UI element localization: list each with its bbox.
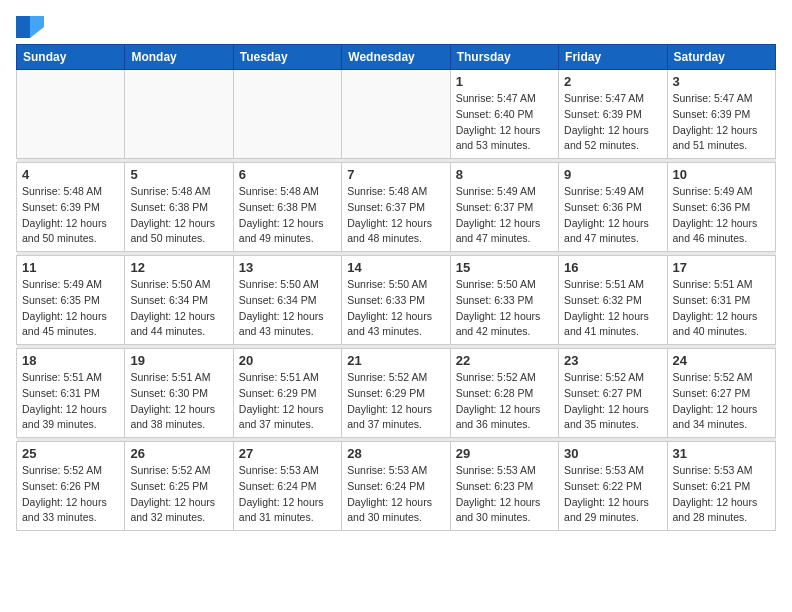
day-info: Sunrise: 5:49 AM Sunset: 6:36 PM Dayligh… [673, 184, 770, 247]
day-info: Sunrise: 5:49 AM Sunset: 6:36 PM Dayligh… [564, 184, 661, 247]
day-number: 26 [130, 446, 227, 461]
day-number: 15 [456, 260, 553, 275]
day-cell: 31Sunrise: 5:53 AM Sunset: 6:21 PM Dayli… [667, 442, 775, 531]
day-info: Sunrise: 5:50 AM Sunset: 6:33 PM Dayligh… [456, 277, 553, 340]
day-info: Sunrise: 5:48 AM Sunset: 6:38 PM Dayligh… [130, 184, 227, 247]
day-cell: 24Sunrise: 5:52 AM Sunset: 6:27 PM Dayli… [667, 349, 775, 438]
day-info: Sunrise: 5:53 AM Sunset: 6:22 PM Dayligh… [564, 463, 661, 526]
day-cell: 21Sunrise: 5:52 AM Sunset: 6:29 PM Dayli… [342, 349, 450, 438]
day-number: 28 [347, 446, 444, 461]
day-cell [342, 70, 450, 159]
day-cell: 9Sunrise: 5:49 AM Sunset: 6:36 PM Daylig… [559, 163, 667, 252]
day-cell [125, 70, 233, 159]
day-number: 29 [456, 446, 553, 461]
header [16, 16, 776, 38]
col-header-wednesday: Wednesday [342, 45, 450, 70]
day-cell: 1Sunrise: 5:47 AM Sunset: 6:40 PM Daylig… [450, 70, 558, 159]
day-cell: 22Sunrise: 5:52 AM Sunset: 6:28 PM Dayli… [450, 349, 558, 438]
day-info: Sunrise: 5:51 AM Sunset: 6:31 PM Dayligh… [673, 277, 770, 340]
day-number: 27 [239, 446, 336, 461]
day-info: Sunrise: 5:53 AM Sunset: 6:23 PM Dayligh… [456, 463, 553, 526]
day-cell: 10Sunrise: 5:49 AM Sunset: 6:36 PM Dayli… [667, 163, 775, 252]
day-info: Sunrise: 5:48 AM Sunset: 6:37 PM Dayligh… [347, 184, 444, 247]
day-cell: 18Sunrise: 5:51 AM Sunset: 6:31 PM Dayli… [17, 349, 125, 438]
logo-icon [16, 16, 44, 38]
day-info: Sunrise: 5:49 AM Sunset: 6:37 PM Dayligh… [456, 184, 553, 247]
day-number: 24 [673, 353, 770, 368]
day-info: Sunrise: 5:50 AM Sunset: 6:33 PM Dayligh… [347, 277, 444, 340]
day-number: 18 [22, 353, 119, 368]
day-number: 23 [564, 353, 661, 368]
svg-marker-1 [30, 16, 44, 38]
day-cell: 16Sunrise: 5:51 AM Sunset: 6:32 PM Dayli… [559, 256, 667, 345]
day-number: 31 [673, 446, 770, 461]
day-info: Sunrise: 5:52 AM Sunset: 6:26 PM Dayligh… [22, 463, 119, 526]
day-cell: 5Sunrise: 5:48 AM Sunset: 6:38 PM Daylig… [125, 163, 233, 252]
day-cell: 7Sunrise: 5:48 AM Sunset: 6:37 PM Daylig… [342, 163, 450, 252]
day-info: Sunrise: 5:47 AM Sunset: 6:40 PM Dayligh… [456, 91, 553, 154]
week-row-2: 4Sunrise: 5:48 AM Sunset: 6:39 PM Daylig… [17, 163, 776, 252]
day-cell: 17Sunrise: 5:51 AM Sunset: 6:31 PM Dayli… [667, 256, 775, 345]
col-header-saturday: Saturday [667, 45, 775, 70]
day-number: 20 [239, 353, 336, 368]
day-cell: 28Sunrise: 5:53 AM Sunset: 6:24 PM Dayli… [342, 442, 450, 531]
day-number: 19 [130, 353, 227, 368]
day-cell: 26Sunrise: 5:52 AM Sunset: 6:25 PM Dayli… [125, 442, 233, 531]
day-number: 8 [456, 167, 553, 182]
day-cell: 30Sunrise: 5:53 AM Sunset: 6:22 PM Dayli… [559, 442, 667, 531]
day-number: 30 [564, 446, 661, 461]
day-cell: 23Sunrise: 5:52 AM Sunset: 6:27 PM Dayli… [559, 349, 667, 438]
col-header-friday: Friday [559, 45, 667, 70]
col-header-sunday: Sunday [17, 45, 125, 70]
day-cell: 6Sunrise: 5:48 AM Sunset: 6:38 PM Daylig… [233, 163, 341, 252]
day-info: Sunrise: 5:47 AM Sunset: 6:39 PM Dayligh… [673, 91, 770, 154]
calendar: SundayMondayTuesdayWednesdayThursdayFrid… [16, 44, 776, 531]
day-number: 9 [564, 167, 661, 182]
day-number: 10 [673, 167, 770, 182]
week-row-3: 11Sunrise: 5:49 AM Sunset: 6:35 PM Dayli… [17, 256, 776, 345]
day-number: 25 [22, 446, 119, 461]
day-info: Sunrise: 5:47 AM Sunset: 6:39 PM Dayligh… [564, 91, 661, 154]
day-info: Sunrise: 5:51 AM Sunset: 6:30 PM Dayligh… [130, 370, 227, 433]
day-info: Sunrise: 5:51 AM Sunset: 6:29 PM Dayligh… [239, 370, 336, 433]
col-header-tuesday: Tuesday [233, 45, 341, 70]
day-number: 5 [130, 167, 227, 182]
day-cell: 15Sunrise: 5:50 AM Sunset: 6:33 PM Dayli… [450, 256, 558, 345]
day-info: Sunrise: 5:52 AM Sunset: 6:29 PM Dayligh… [347, 370, 444, 433]
day-number: 22 [456, 353, 553, 368]
day-cell [17, 70, 125, 159]
day-number: 16 [564, 260, 661, 275]
day-cell: 4Sunrise: 5:48 AM Sunset: 6:39 PM Daylig… [17, 163, 125, 252]
col-header-thursday: Thursday [450, 45, 558, 70]
col-header-monday: Monday [125, 45, 233, 70]
day-cell: 12Sunrise: 5:50 AM Sunset: 6:34 PM Dayli… [125, 256, 233, 345]
day-number: 1 [456, 74, 553, 89]
logo [16, 16, 48, 38]
day-cell: 3Sunrise: 5:47 AM Sunset: 6:39 PM Daylig… [667, 70, 775, 159]
day-info: Sunrise: 5:49 AM Sunset: 6:35 PM Dayligh… [22, 277, 119, 340]
day-number: 13 [239, 260, 336, 275]
day-info: Sunrise: 5:50 AM Sunset: 6:34 PM Dayligh… [130, 277, 227, 340]
day-number: 12 [130, 260, 227, 275]
day-info: Sunrise: 5:52 AM Sunset: 6:27 PM Dayligh… [564, 370, 661, 433]
day-info: Sunrise: 5:53 AM Sunset: 6:24 PM Dayligh… [347, 463, 444, 526]
day-cell: 19Sunrise: 5:51 AM Sunset: 6:30 PM Dayli… [125, 349, 233, 438]
week-row-4: 18Sunrise: 5:51 AM Sunset: 6:31 PM Dayli… [17, 349, 776, 438]
day-info: Sunrise: 5:51 AM Sunset: 6:32 PM Dayligh… [564, 277, 661, 340]
svg-rect-0 [16, 16, 30, 38]
day-cell: 13Sunrise: 5:50 AM Sunset: 6:34 PM Dayli… [233, 256, 341, 345]
day-number: 21 [347, 353, 444, 368]
day-info: Sunrise: 5:52 AM Sunset: 6:25 PM Dayligh… [130, 463, 227, 526]
day-number: 7 [347, 167, 444, 182]
day-cell: 2Sunrise: 5:47 AM Sunset: 6:39 PM Daylig… [559, 70, 667, 159]
day-cell: 27Sunrise: 5:53 AM Sunset: 6:24 PM Dayli… [233, 442, 341, 531]
day-cell: 14Sunrise: 5:50 AM Sunset: 6:33 PM Dayli… [342, 256, 450, 345]
day-cell [233, 70, 341, 159]
day-info: Sunrise: 5:50 AM Sunset: 6:34 PM Dayligh… [239, 277, 336, 340]
day-number: 14 [347, 260, 444, 275]
day-cell: 29Sunrise: 5:53 AM Sunset: 6:23 PM Dayli… [450, 442, 558, 531]
day-info: Sunrise: 5:48 AM Sunset: 6:38 PM Dayligh… [239, 184, 336, 247]
day-info: Sunrise: 5:48 AM Sunset: 6:39 PM Dayligh… [22, 184, 119, 247]
day-info: Sunrise: 5:51 AM Sunset: 6:31 PM Dayligh… [22, 370, 119, 433]
day-number: 2 [564, 74, 661, 89]
